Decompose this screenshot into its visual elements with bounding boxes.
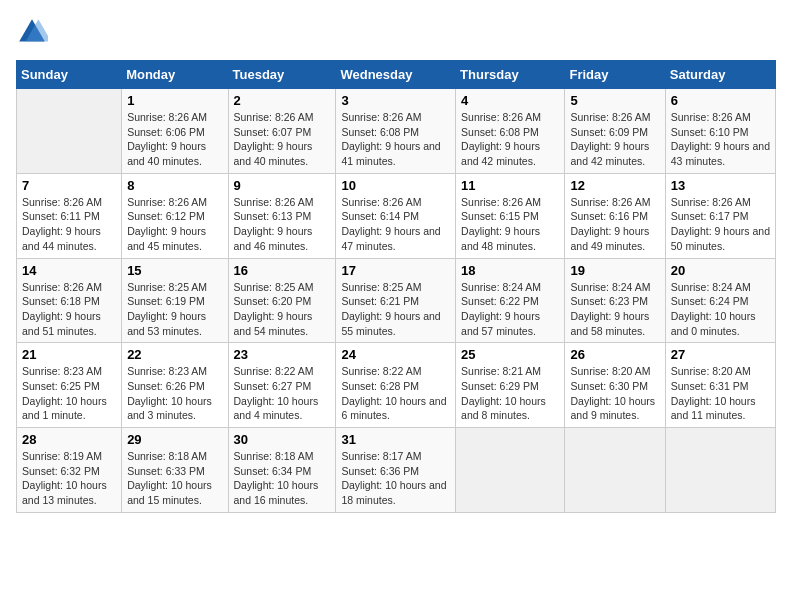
calendar-week-row: 21Sunrise: 8:23 AMSunset: 6:25 PMDayligh… — [17, 343, 776, 428]
day-number: 31 — [341, 432, 450, 447]
day-number: 14 — [22, 263, 116, 278]
calendar-cell: 14Sunrise: 8:26 AMSunset: 6:18 PMDayligh… — [17, 258, 122, 343]
day-info: Sunrise: 8:26 AMSunset: 6:07 PMDaylight:… — [234, 110, 331, 169]
weekday-header-sunday: Sunday — [17, 61, 122, 89]
day-info: Sunrise: 8:22 AMSunset: 6:28 PMDaylight:… — [341, 364, 450, 423]
day-number: 8 — [127, 178, 222, 193]
weekday-header-wednesday: Wednesday — [336, 61, 456, 89]
day-info: Sunrise: 8:26 AMSunset: 6:18 PMDaylight:… — [22, 280, 116, 339]
calendar-cell: 16Sunrise: 8:25 AMSunset: 6:20 PMDayligh… — [228, 258, 336, 343]
page-header — [16, 16, 776, 48]
day-number: 28 — [22, 432, 116, 447]
day-number: 1 — [127, 93, 222, 108]
calendar-cell: 5Sunrise: 8:26 AMSunset: 6:09 PMDaylight… — [565, 89, 665, 174]
calendar-week-row: 14Sunrise: 8:26 AMSunset: 6:18 PMDayligh… — [17, 258, 776, 343]
day-number: 2 — [234, 93, 331, 108]
day-info: Sunrise: 8:26 AMSunset: 6:16 PMDaylight:… — [570, 195, 659, 254]
calendar-cell: 20Sunrise: 8:24 AMSunset: 6:24 PMDayligh… — [665, 258, 775, 343]
day-number: 23 — [234, 347, 331, 362]
day-info: Sunrise: 8:25 AMSunset: 6:20 PMDaylight:… — [234, 280, 331, 339]
day-number: 29 — [127, 432, 222, 447]
calendar-cell: 11Sunrise: 8:26 AMSunset: 6:15 PMDayligh… — [456, 173, 565, 258]
day-number: 20 — [671, 263, 770, 278]
day-info: Sunrise: 8:19 AMSunset: 6:32 PMDaylight:… — [22, 449, 116, 508]
calendar-cell — [665, 428, 775, 513]
calendar-cell: 23Sunrise: 8:22 AMSunset: 6:27 PMDayligh… — [228, 343, 336, 428]
day-info: Sunrise: 8:26 AMSunset: 6:14 PMDaylight:… — [341, 195, 450, 254]
weekday-header-saturday: Saturday — [665, 61, 775, 89]
calendar-cell — [17, 89, 122, 174]
calendar-cell: 7Sunrise: 8:26 AMSunset: 6:11 PMDaylight… — [17, 173, 122, 258]
calendar-cell — [565, 428, 665, 513]
calendar-cell: 1Sunrise: 8:26 AMSunset: 6:06 PMDaylight… — [122, 89, 228, 174]
day-info: Sunrise: 8:24 AMSunset: 6:22 PMDaylight:… — [461, 280, 559, 339]
calendar-cell: 24Sunrise: 8:22 AMSunset: 6:28 PMDayligh… — [336, 343, 456, 428]
day-info: Sunrise: 8:25 AMSunset: 6:21 PMDaylight:… — [341, 280, 450, 339]
calendar-cell: 31Sunrise: 8:17 AMSunset: 6:36 PMDayligh… — [336, 428, 456, 513]
day-number: 22 — [127, 347, 222, 362]
day-info: Sunrise: 8:24 AMSunset: 6:24 PMDaylight:… — [671, 280, 770, 339]
weekday-header-thursday: Thursday — [456, 61, 565, 89]
day-info: Sunrise: 8:25 AMSunset: 6:19 PMDaylight:… — [127, 280, 222, 339]
calendar-cell: 2Sunrise: 8:26 AMSunset: 6:07 PMDaylight… — [228, 89, 336, 174]
day-number: 9 — [234, 178, 331, 193]
day-number: 6 — [671, 93, 770, 108]
weekday-header-friday: Friday — [565, 61, 665, 89]
day-info: Sunrise: 8:20 AMSunset: 6:30 PMDaylight:… — [570, 364, 659, 423]
day-number: 26 — [570, 347, 659, 362]
day-info: Sunrise: 8:26 AMSunset: 6:09 PMDaylight:… — [570, 110, 659, 169]
calendar-cell: 19Sunrise: 8:24 AMSunset: 6:23 PMDayligh… — [565, 258, 665, 343]
calendar-cell: 8Sunrise: 8:26 AMSunset: 6:12 PMDaylight… — [122, 173, 228, 258]
day-info: Sunrise: 8:23 AMSunset: 6:25 PMDaylight:… — [22, 364, 116, 423]
day-number: 30 — [234, 432, 331, 447]
day-number: 27 — [671, 347, 770, 362]
day-number: 15 — [127, 263, 222, 278]
logo-icon — [16, 16, 48, 48]
day-info: Sunrise: 8:26 AMSunset: 6:08 PMDaylight:… — [461, 110, 559, 169]
day-number: 25 — [461, 347, 559, 362]
calendar-cell: 10Sunrise: 8:26 AMSunset: 6:14 PMDayligh… — [336, 173, 456, 258]
day-info: Sunrise: 8:23 AMSunset: 6:26 PMDaylight:… — [127, 364, 222, 423]
calendar-cell — [456, 428, 565, 513]
day-info: Sunrise: 8:26 AMSunset: 6:15 PMDaylight:… — [461, 195, 559, 254]
day-number: 4 — [461, 93, 559, 108]
calendar-cell: 21Sunrise: 8:23 AMSunset: 6:25 PMDayligh… — [17, 343, 122, 428]
weekday-header-monday: Monday — [122, 61, 228, 89]
weekday-header-tuesday: Tuesday — [228, 61, 336, 89]
day-number: 16 — [234, 263, 331, 278]
calendar-week-row: 7Sunrise: 8:26 AMSunset: 6:11 PMDaylight… — [17, 173, 776, 258]
day-number: 21 — [22, 347, 116, 362]
day-info: Sunrise: 8:17 AMSunset: 6:36 PMDaylight:… — [341, 449, 450, 508]
day-number: 7 — [22, 178, 116, 193]
calendar-cell: 13Sunrise: 8:26 AMSunset: 6:17 PMDayligh… — [665, 173, 775, 258]
calendar-cell: 9Sunrise: 8:26 AMSunset: 6:13 PMDaylight… — [228, 173, 336, 258]
calendar-cell: 17Sunrise: 8:25 AMSunset: 6:21 PMDayligh… — [336, 258, 456, 343]
calendar-cell: 18Sunrise: 8:24 AMSunset: 6:22 PMDayligh… — [456, 258, 565, 343]
day-number: 17 — [341, 263, 450, 278]
day-info: Sunrise: 8:20 AMSunset: 6:31 PMDaylight:… — [671, 364, 770, 423]
logo — [16, 16, 52, 48]
calendar-cell: 6Sunrise: 8:26 AMSunset: 6:10 PMDaylight… — [665, 89, 775, 174]
calendar-cell: 3Sunrise: 8:26 AMSunset: 6:08 PMDaylight… — [336, 89, 456, 174]
calendar-cell: 22Sunrise: 8:23 AMSunset: 6:26 PMDayligh… — [122, 343, 228, 428]
day-number: 3 — [341, 93, 450, 108]
day-number: 12 — [570, 178, 659, 193]
day-number: 19 — [570, 263, 659, 278]
weekday-header-row: SundayMondayTuesdayWednesdayThursdayFrid… — [17, 61, 776, 89]
day-info: Sunrise: 8:26 AMSunset: 6:11 PMDaylight:… — [22, 195, 116, 254]
day-info: Sunrise: 8:26 AMSunset: 6:17 PMDaylight:… — [671, 195, 770, 254]
calendar-cell: 30Sunrise: 8:18 AMSunset: 6:34 PMDayligh… — [228, 428, 336, 513]
day-number: 10 — [341, 178, 450, 193]
day-info: Sunrise: 8:21 AMSunset: 6:29 PMDaylight:… — [461, 364, 559, 423]
calendar-cell: 29Sunrise: 8:18 AMSunset: 6:33 PMDayligh… — [122, 428, 228, 513]
calendar-cell: 12Sunrise: 8:26 AMSunset: 6:16 PMDayligh… — [565, 173, 665, 258]
calendar-cell: 28Sunrise: 8:19 AMSunset: 6:32 PMDayligh… — [17, 428, 122, 513]
calendar-cell: 27Sunrise: 8:20 AMSunset: 6:31 PMDayligh… — [665, 343, 775, 428]
day-number: 5 — [570, 93, 659, 108]
day-info: Sunrise: 8:26 AMSunset: 6:06 PMDaylight:… — [127, 110, 222, 169]
day-info: Sunrise: 8:18 AMSunset: 6:33 PMDaylight:… — [127, 449, 222, 508]
day-info: Sunrise: 8:18 AMSunset: 6:34 PMDaylight:… — [234, 449, 331, 508]
day-info: Sunrise: 8:24 AMSunset: 6:23 PMDaylight:… — [570, 280, 659, 339]
calendar-week-row: 1Sunrise: 8:26 AMSunset: 6:06 PMDaylight… — [17, 89, 776, 174]
day-number: 18 — [461, 263, 559, 278]
